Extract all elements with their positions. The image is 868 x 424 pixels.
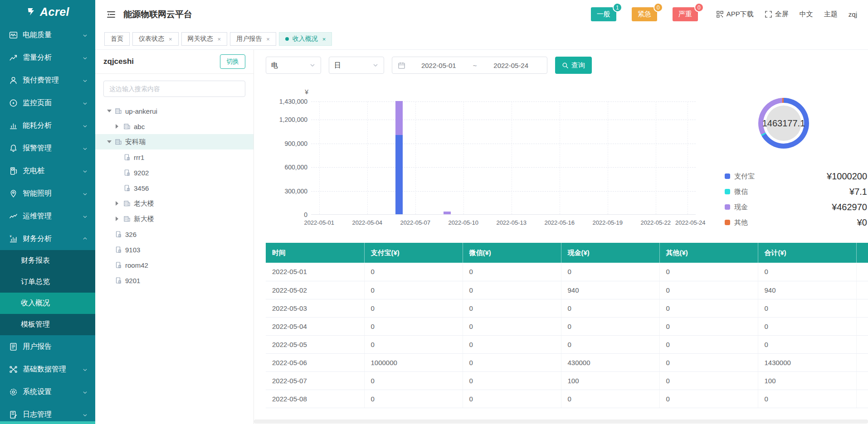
settings-icon <box>9 388 18 396</box>
chevron-down-icon <box>82 77 88 83</box>
sidebar-item-label: 能耗分析 <box>23 121 82 130</box>
sidebar-item-lighting[interactable]: 智能照明 <box>0 182 95 205</box>
fullscreen-link[interactable]: 全屏 <box>765 10 789 19</box>
table-row[interactable]: 2022-05-0300000 <box>266 299 868 317</box>
logo: Acrel <box>0 0 95 24</box>
tab-close-icon[interactable]: × <box>266 36 270 43</box>
tree-search-input[interactable] <box>103 81 245 97</box>
x-axis-tick: 2022-05-07 <box>400 219 430 226</box>
legend-row[interactable]: 现金¥462970 <box>725 199 867 215</box>
sidebar-item-monitor[interactable]: 监控页面 <box>0 92 95 114</box>
switch-button[interactable]: 切换 <box>220 54 245 69</box>
alarm-button[interactable]: 紧急0 <box>632 7 657 21</box>
table-row[interactable]: 2022-05-07001000100 <box>266 371 868 390</box>
sidebar-scrollbar[interactable] <box>0 421 95 424</box>
svg-text:¥: ¥ <box>10 235 12 238</box>
caret-down-icon[interactable] <box>107 110 114 112</box>
tab-close-icon[interactable]: × <box>322 36 326 43</box>
tree-node[interactable]: 3456 <box>95 180 254 196</box>
page-title: 能源物联网云平台 <box>123 9 192 20</box>
app-download-link[interactable]: APP下载 <box>716 10 754 19</box>
sidebar-item-report[interactable]: 用户报告 <box>0 335 95 358</box>
table-cell-overflow <box>856 281 868 299</box>
caret-right-icon[interactable] <box>116 201 122 206</box>
sidebar-item-power-quality[interactable]: 电能质量 <box>0 24 95 46</box>
sidebar-item-charging[interactable]: 充电桩 <box>0 159 95 182</box>
income-table: 时间支付宝(¥)微信(¥)现金(¥)其他(¥)合计(¥) 2022-05-010… <box>266 243 868 408</box>
caret-right-icon[interactable] <box>116 217 122 221</box>
tab-label: 首页 <box>111 35 123 43</box>
caret-right-icon[interactable] <box>116 124 122 129</box>
tree-node[interactable]: 9201 <box>95 273 254 288</box>
legend-row[interactable]: 支付宝¥1000200 <box>725 169 867 184</box>
sidebar-item-base-data[interactable]: 基础数据管理 <box>0 358 95 381</box>
tree-node[interactable]: abc <box>95 119 254 134</box>
granularity-select[interactable]: 日 <box>329 57 384 74</box>
sidebar-item-prepaid[interactable]: 预付费管理 <box>0 69 95 92</box>
sidebar-item-demand-analysis[interactable]: 需量分析 <box>0 46 95 69</box>
y-axis-tick: 600,000 <box>266 164 307 171</box>
calendar-icon <box>398 62 405 69</box>
tab[interactable]: 首页 <box>104 32 130 46</box>
v-gridline <box>608 101 608 214</box>
tree-node[interactable]: up-ankerui <box>95 103 254 119</box>
tree-node[interactable]: rrr1 <box>95 149 254 165</box>
tree-node[interactable]: 新大楼 <box>95 211 254 226</box>
energy-type-select[interactable]: 电 <box>266 57 321 74</box>
sidebar-subitem-active[interactable]: 收入概况 <box>0 293 95 314</box>
tree-node[interactable]: 老大楼 <box>95 196 254 211</box>
tab-label: 收入概况 <box>293 35 318 43</box>
table-cell: 0 <box>758 263 856 281</box>
sidebar-subitem[interactable]: 财务报表 <box>0 250 95 271</box>
table-cell: 2022-05-01 <box>266 263 364 281</box>
sidebar-item-settings[interactable]: 系统设置 <box>0 381 95 403</box>
fullscreen-label: 全屏 <box>775 10 789 19</box>
table-row[interactable]: 2022-05-0100000 <box>266 263 868 281</box>
sidebar-item-energy[interactable]: 能耗分析 <box>0 114 95 137</box>
alarm-button[interactable]: 一般1 <box>591 7 616 21</box>
user-menu[interactable]: zqj <box>848 10 857 18</box>
legend-row[interactable]: 微信¥7.1 <box>725 184 867 199</box>
table-row[interactable]: 2022-05-0800000 <box>266 390 868 408</box>
tab-active[interactable]: 收入概况× <box>279 32 332 46</box>
table-cell: 0 <box>364 299 463 317</box>
table-cell: 0 <box>463 371 561 390</box>
legend-value: ¥462970 <box>832 202 867 212</box>
sidebar-subitem[interactable]: 模板管理 <box>0 314 95 335</box>
tree-node-label: 老大楼 <box>134 199 154 208</box>
sidebar-subitem[interactable]: 订单总览 <box>0 271 95 293</box>
tab[interactable]: 网关状态× <box>181 32 228 46</box>
sidebar-item-finance[interactable]: ¥财务分析 <box>0 227 95 250</box>
language-switch[interactable]: 中文 <box>800 10 813 19</box>
table-row[interactable]: 2022-05-0400000 <box>266 317 868 335</box>
tree-node[interactable]: 安科瑞 <box>95 134 254 149</box>
menu-collapse-icon[interactable] <box>106 10 116 19</box>
tab-close-icon[interactable]: × <box>218 36 221 43</box>
table-row[interactable]: 2022-05-061000000043000001430000 <box>266 353 868 371</box>
date-range-picker[interactable]: 2022-05-01 ~ 2022-05-24 <box>392 57 547 74</box>
theme-switch[interactable]: 主题 <box>824 10 838 19</box>
alarm-button[interactable]: 严重0 <box>673 7 698 21</box>
table-row[interactable]: 2022-05-02009400940 <box>266 281 868 299</box>
legend-name: 支付宝 <box>734 172 755 181</box>
tree-node[interactable]: 9202 <box>95 165 254 180</box>
table-cell-overflow <box>856 353 868 371</box>
sidebar-item-alarm[interactable]: 报警管理 <box>0 137 95 159</box>
fullscreen-icon <box>765 10 772 18</box>
table-row[interactable]: 2022-05-0500000 <box>266 335 868 353</box>
caret-down-icon[interactable] <box>107 140 114 143</box>
table-cell: 0 <box>659 353 758 371</box>
granularity-value: 日 <box>334 61 341 70</box>
tab-close-icon[interactable]: × <box>169 36 172 43</box>
query-button[interactable]: 查询 <box>555 57 592 74</box>
tab[interactable]: 仪表状态× <box>132 32 179 46</box>
column-header: 合计(¥) <box>758 243 856 263</box>
table-cell: 2022-05-02 <box>266 281 364 299</box>
tab[interactable]: 用户报告× <box>230 32 276 46</box>
sidebar-item-ops[interactable]: 运维管理 <box>0 205 95 227</box>
tree-node[interactable]: 326 <box>95 226 254 242</box>
legend-row[interactable]: 其他¥0 <box>725 215 867 230</box>
horizontal-scrollbar[interactable] <box>254 419 868 424</box>
tree-node[interactable]: room42 <box>95 257 254 273</box>
tree-node[interactable]: 9103 <box>95 242 254 257</box>
